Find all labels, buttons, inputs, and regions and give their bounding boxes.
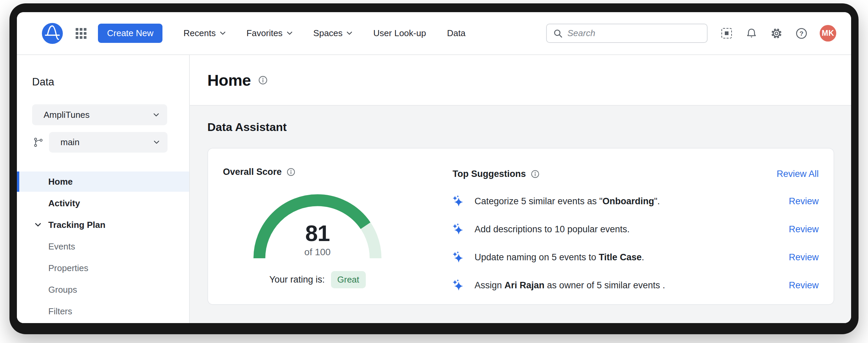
nav-spaces-label: Spaces (313, 28, 343, 38)
notifications-bell-icon[interactable] (745, 27, 758, 39)
app-window: Create New Recents Favorites Spaces User… (17, 12, 851, 323)
sidebar-item-events[interactable]: Events (17, 236, 189, 257)
suggestion-text: Categorize 5 similar events as "Onboardi… (475, 196, 660, 207)
chevron-down-icon (35, 223, 41, 227)
search-icon (553, 28, 563, 38)
suggestion-text: Update naming on 5 events to Title Case. (475, 252, 644, 263)
rating-badge: Great (331, 271, 366, 288)
chevron-down-icon (287, 31, 292, 35)
page-title: Home (207, 71, 251, 89)
overall-score-label: Overall Score (223, 167, 282, 177)
git-branch-icon (33, 137, 44, 148)
overall-score-panel: Overall Score (223, 167, 412, 304)
sidebar-item-events-label: Events (48, 241, 75, 252)
nav-data-label: Data (447, 28, 465, 38)
info-icon[interactable] (531, 170, 539, 178)
sparkle-icon (453, 279, 465, 291)
review-link[interactable]: Review (778, 224, 819, 235)
rating-prefix: Your rating is: (269, 274, 325, 285)
page-header: Home (190, 55, 851, 106)
suggestion-text: Assign Ari Rajan as owner of 5 similar e… (475, 280, 665, 291)
nav-user-lookup-label: User Look-up (373, 28, 426, 38)
suggestion-row-2: Add descriptions to 10 popular events. R… (453, 223, 819, 235)
chevron-down-icon (154, 140, 159, 144)
info-icon[interactable] (258, 76, 267, 85)
review-link[interactable]: Review (778, 252, 819, 263)
amplitude-logo-icon[interactable] (42, 23, 63, 44)
chevron-down-icon (220, 31, 226, 35)
review-all-link[interactable]: Review All (776, 169, 819, 179)
project-selector-value: AmpliTunes (44, 110, 90, 120)
help-icon[interactable]: ? (795, 27, 808, 39)
data-assistant-card: Overall Score (207, 148, 834, 305)
score-gauge: 81 of 100 (247, 187, 388, 264)
top-navbar: Create New Recents Favorites Spaces User… (17, 12, 851, 55)
search-box[interactable] (546, 24, 708, 43)
sidebar-nav: Home Activity Tracking Plan Events Prope… (17, 172, 189, 321)
project-selector[interactable]: AmpliTunes (32, 104, 167, 125)
sidebar-item-activity-label: Activity (48, 198, 80, 209)
info-icon[interactable] (287, 168, 295, 176)
suggestion-row-3: Update naming on 5 events to Title Case.… (453, 251, 819, 263)
sparkle-icon (453, 223, 465, 235)
branch-selector[interactable]: main (49, 132, 168, 153)
sidebar-item-groups[interactable]: Groups (17, 280, 189, 300)
search-input[interactable] (567, 28, 701, 38)
apps-grid-icon[interactable] (76, 28, 86, 39)
review-link[interactable]: Review (778, 280, 819, 291)
sidebar-item-home[interactable]: Home (17, 172, 189, 192)
sidebar-item-home-label: Home (48, 177, 73, 187)
sidebar-item-tracking-plan-label: Tracking Plan (48, 220, 105, 230)
nav-recents-label: Recents (183, 28, 215, 38)
sparkle-icon (453, 195, 465, 207)
svg-text:?: ? (799, 30, 803, 37)
chevron-down-icon (347, 31, 352, 35)
nav-recents[interactable]: Recents (183, 28, 225, 38)
score-value: 81 (247, 222, 388, 244)
sidebar-title: Data (32, 76, 189, 88)
top-suggestions-panel: Top Suggestions Review All (453, 167, 819, 304)
sidebar-item-filters-label: Filters (48, 306, 72, 317)
nav-favorites-label: Favorites (247, 28, 283, 38)
settings-gear-icon[interactable] (770, 27, 783, 39)
chevron-down-icon (153, 113, 159, 117)
nav-favorites[interactable]: Favorites (247, 28, 292, 38)
sidebar-item-activity[interactable]: Activity (17, 193, 189, 213)
create-new-button[interactable]: Create New (98, 24, 162, 43)
nav-spaces[interactable]: Spaces (313, 28, 353, 38)
suggestion-row-1: Categorize 5 similar events as "Onboardi… (453, 195, 819, 207)
top-suggestions-label: Top Suggestions (453, 169, 526, 179)
user-avatar[interactable]: MK (820, 25, 836, 42)
main-content: Home Data Assistant Overall Score (190, 55, 851, 323)
section-title: Data Assistant (207, 121, 834, 134)
sidebar-item-properties[interactable]: Properties (17, 258, 189, 278)
rating-row: Your rating is: Great (269, 271, 365, 288)
branch-selector-value: main (60, 137, 79, 148)
suggestion-row-4: Assign Ari Rajan as owner of 5 similar e… (453, 279, 819, 291)
branch-row: main (33, 132, 189, 153)
sidebar-item-tracking-plan[interactable]: Tracking Plan (17, 215, 189, 235)
review-link[interactable]: Review (778, 196, 819, 207)
suggestion-text: Add descriptions to 10 popular events. (475, 224, 630, 235)
sidebar: Data AmpliTunes main (17, 55, 190, 323)
product-select-icon[interactable] (720, 27, 733, 39)
nav-data[interactable]: Data (447, 28, 465, 38)
suggestions-header: Top Suggestions Review All (453, 169, 819, 179)
sparkle-icon (453, 251, 465, 263)
score-max-label: of 100 (247, 247, 388, 258)
window-frame: Create New Recents Favorites Spaces User… (9, 3, 859, 334)
sidebar-item-filters[interactable]: Filters (17, 301, 189, 321)
sidebar-item-properties-label: Properties (48, 263, 88, 273)
data-assistant-section: Data Assistant Overall Score (190, 106, 851, 305)
nav-user-lookup[interactable]: User Look-up (373, 28, 426, 38)
app-body: Data AmpliTunes main (17, 55, 851, 323)
sidebar-item-groups-label: Groups (48, 285, 77, 295)
